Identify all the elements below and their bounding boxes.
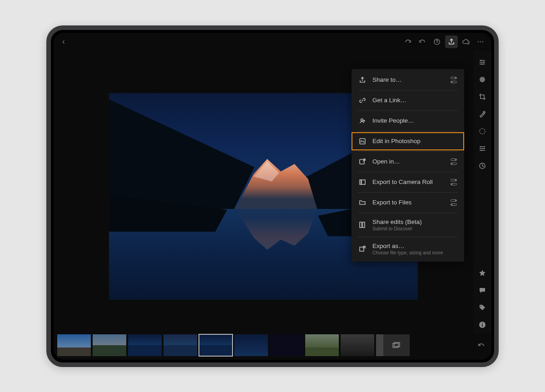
menu-share-to[interactable]: Share to… (352, 71, 464, 89)
top-toolbar: ‹ (54, 33, 491, 51)
menu-edit-in-photoshop[interactable]: Ps Edit in Photoshop (352, 132, 464, 150)
share-menu: Share to… Get a Link… Invite People… (352, 69, 464, 262)
menu-invite-people[interactable]: Invite People… (352, 112, 464, 130)
options-toggle-icon (451, 179, 458, 185)
options-toggle-icon (451, 77, 458, 83)
color-ball-icon[interactable] (476, 73, 489, 86)
app-screen: ‹ (54, 33, 491, 360)
thumbnail-stack[interactable] (376, 334, 410, 356)
ipad-device-frame: ‹ (46, 25, 499, 367)
svg-point-16 (481, 63, 483, 65)
thumbnail[interactable] (93, 334, 126, 356)
menu-get-link[interactable]: Get a Link… (352, 91, 464, 109)
info-icon[interactable] (476, 318, 489, 332)
thumbnail[interactable] (57, 334, 91, 356)
share-edits-icon (358, 220, 367, 229)
masking-icon[interactable] (476, 124, 489, 138)
svg-point-27 (482, 323, 483, 323)
menu-label: Share to… (372, 76, 451, 83)
help-button[interactable] (431, 35, 443, 48)
svg-point-18 (483, 111, 485, 113)
invite-people-icon (358, 116, 367, 125)
menu-share-edits[interactable]: Share edits (Beta) Submit to Discover (352, 214, 464, 236)
thumbnail[interactable] (270, 334, 303, 356)
menu-export-camera-roll[interactable]: Export to Camera Roll (352, 173, 464, 191)
adjust-sliders-icon[interactable] (476, 55, 489, 69)
thumbnail[interactable] (234, 334, 268, 356)
svg-point-17 (480, 77, 485, 82)
export-as-icon (358, 244, 367, 253)
menu-label: Invite People… (372, 117, 458, 124)
filmstrip-undo-icon[interactable] (475, 339, 488, 352)
options-toggle-icon (451, 159, 458, 165)
link-icon (358, 96, 367, 105)
menu-export-as[interactable]: Export as… Choose file type, sizing and … (352, 238, 464, 260)
menu-label: Get a Link… (372, 97, 458, 104)
filmstrip (54, 333, 491, 360)
photoshop-icon: Ps (358, 137, 367, 146)
thumbnail[interactable] (164, 334, 197, 356)
svg-point-2 (478, 41, 479, 42)
back-button[interactable]: ‹ (57, 37, 70, 46)
svg-rect-9 (360, 180, 361, 184)
svg-point-3 (480, 41, 481, 42)
thumbnail-selected[interactable] (199, 334, 233, 356)
menu-export-files[interactable]: Export to Files (352, 194, 464, 212)
share-icon (358, 75, 367, 84)
menu-sublabel: Submit to Discover (372, 226, 458, 231)
menu-label: Export to Camera Roll (372, 179, 451, 185)
menu-label: Export to Files (372, 199, 451, 206)
star-rating-icon[interactable] (476, 266, 489, 280)
svg-rect-12 (363, 222, 365, 228)
svg-point-24 (481, 306, 481, 307)
menu-label: Share edits (Beta) (372, 218, 458, 225)
edit-tool-rail (473, 51, 491, 333)
share-button[interactable] (445, 35, 458, 48)
tag-icon[interactable] (476, 301, 489, 314)
menu-label: Open in… (372, 158, 451, 165)
heal-brush-icon[interactable] (476, 107, 489, 121)
cloud-sync-button[interactable] (460, 35, 472, 48)
options-toggle-icon (451, 199, 458, 206)
svg-point-4 (482, 41, 483, 42)
camera-roll-icon (358, 178, 367, 187)
redo-button[interactable] (401, 35, 414, 48)
menu-open-in[interactable]: Open in… (352, 153, 464, 171)
open-in-icon (358, 157, 367, 166)
svg-point-22 (481, 149, 482, 151)
more-button[interactable] (474, 35, 487, 48)
undo-button[interactable] (416, 35, 429, 48)
crop-icon[interactable] (476, 90, 489, 104)
menu-sublabel: Choose file type, sizing and more (372, 250, 458, 255)
svg-point-21 (484, 148, 485, 149)
content-area: Share to… Get a Link… Invite People… (54, 51, 491, 333)
comments-icon[interactable] (476, 283, 489, 297)
svg-point-5 (361, 119, 363, 121)
thumbnail[interactable] (128, 334, 162, 356)
svg-point-19 (480, 129, 485, 134)
svg-point-14 (481, 60, 482, 61)
thumbnail[interactable] (341, 334, 374, 356)
svg-text:Ps: Ps (361, 140, 365, 143)
svg-rect-26 (482, 324, 483, 327)
thumbnail[interactable] (305, 334, 339, 356)
folder-icon (358, 198, 367, 207)
menu-label: Edit in Photoshop (372, 138, 458, 144)
svg-point-15 (483, 61, 485, 63)
menu-label: Export as… (372, 243, 458, 249)
presets-icon[interactable] (476, 142, 489, 155)
svg-rect-11 (360, 222, 362, 228)
svg-rect-10 (362, 180, 365, 184)
svg-point-20 (480, 146, 481, 147)
versions-icon[interactable] (476, 159, 489, 173)
